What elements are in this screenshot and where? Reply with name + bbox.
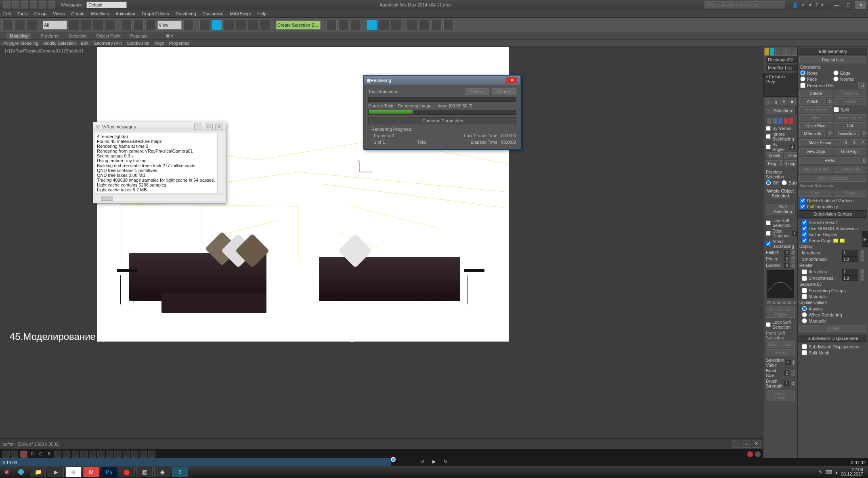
cancel-button[interactable]: Cancel: [492, 88, 516, 95]
bind-icon[interactable]: [27, 20, 37, 30]
rendered-frame-icon[interactable]: [419, 20, 430, 30]
slice-plane-button[interactable]: Slice Plane: [799, 106, 832, 113]
close-button[interactable]: ✕: [855, 1, 866, 9]
use-soft-sel-check[interactable]: [766, 220, 771, 225]
vfb-record-icon[interactable]: [747, 451, 753, 457]
ribbon-tab-freeform[interactable]: Freeform: [41, 34, 59, 38]
minimize-button[interactable]: —: [831, 1, 842, 9]
select-name-icon[interactable]: [81, 20, 91, 30]
snap-spinner-icon[interactable]: [248, 20, 258, 30]
edge-dist-check[interactable]: [766, 231, 771, 236]
scale-icon[interactable]: [145, 20, 156, 30]
start-button[interactable]: [14, 467, 28, 477]
curve-editor-icon[interactable]: [367, 20, 377, 30]
stack-item[interactable]: ▫ Editable Poly: [765, 74, 796, 84]
playhead[interactable]: [391, 457, 396, 462]
chevron-down-icon[interactable]: ▾: [821, 2, 824, 8]
hide-unselected-button[interactable]: Hide Unselected: [799, 175, 866, 182]
edit-named-sel-icon[interactable]: [260, 20, 270, 30]
new-icon[interactable]: [12, 1, 19, 8]
msmooth-button[interactable]: MSmooth: [799, 130, 826, 137]
axis-x-button[interactable]: X: [842, 139, 849, 146]
soft-selection-header[interactable]: −Soft Selection: [765, 203, 796, 215]
r-iter-check[interactable]: [802, 269, 807, 275]
preserve-uvs-check[interactable]: [800, 83, 805, 88]
disp-smooth-value[interactable]: [842, 256, 858, 262]
collapse-button[interactable]: Collapse: [834, 90, 867, 97]
edit-geometry-header[interactable]: Edit Geometry: [799, 48, 867, 55]
vray-max-button[interactable]: ☐: [205, 124, 213, 130]
brush-options-button[interactable]: Brush Options: [766, 390, 795, 401]
modifier-list[interactable]: [766, 65, 797, 71]
tray-expand-icon[interactable]: ▴: [835, 470, 838, 475]
redo-icon[interactable]: [48, 1, 55, 8]
brush-size-value[interactable]: [784, 371, 789, 375]
video-timeline[interactable]: 3.19.03 ↺ ▶ ↻ 0:01:02: [0, 458, 868, 466]
unique-icon[interactable]: ⊻: [780, 99, 787, 105]
by-vertex-check[interactable]: [766, 126, 771, 131]
ribbon-toggle-icon[interactable]: ▣ ▾: [166, 33, 173, 38]
preview-off-radio[interactable]: [766, 180, 771, 185]
preview-subobj-radio[interactable]: [782, 180, 787, 185]
layers-icon[interactable]: [350, 20, 361, 30]
cut-button[interactable]: Cut: [834, 122, 867, 129]
taskbar-chrome[interactable]: ◉: [65, 467, 82, 477]
blur-button[interactable]: Blur: [781, 341, 795, 348]
menu-edit[interactable]: Edit: [3, 11, 11, 16]
sep-sg-check[interactable]: [802, 288, 807, 293]
attach-button[interactable]: Attach: [799, 98, 826, 105]
cage-color-2[interactable]: [840, 239, 845, 243]
select-region-icon[interactable]: [93, 20, 103, 30]
grow-button[interactable]: Grow: [784, 152, 797, 159]
render-setup-icon[interactable]: [407, 20, 417, 30]
common-params-header[interactable]: − Common Parameters: [368, 117, 516, 124]
make-planar-button[interactable]: Make Planar: [799, 139, 841, 146]
shrink-button[interactable]: Shrink: [766, 152, 783, 159]
lock-soft-sel-check[interactable]: [766, 322, 771, 327]
favorite-icon[interactable]: ★: [808, 2, 812, 8]
bubble-value[interactable]: [784, 263, 789, 268]
menu-help[interactable]: Help: [258, 11, 267, 16]
pause-button[interactable]: Pause: [465, 88, 489, 95]
teapot-icon[interactable]: [443, 20, 454, 30]
show-end-icon[interactable]: ▯: [773, 99, 779, 105]
constraint-face-radio[interactable]: [800, 76, 805, 82]
menu-animation[interactable]: Animation: [115, 11, 135, 16]
align-icon[interactable]: [338, 20, 349, 30]
constraint-none-radio[interactable]: [800, 70, 805, 75]
vfb-copy-icon[interactable]: [11, 451, 18, 458]
upd-render-radio[interactable]: [802, 312, 807, 317]
taskbar-app2[interactable]: ◆: [154, 467, 170, 477]
viewport-label[interactable]: [+] [VRayPhysicalCamera01 ] [Shaded ]: [5, 48, 83, 53]
reset-plane-button[interactable]: Reset Plane: [834, 114, 867, 121]
open-icon[interactable]: [21, 1, 28, 8]
by-angle-value[interactable]: [790, 145, 795, 149]
vfb-alpha-icon[interactable]: [54, 451, 61, 458]
grid-align-button[interactable]: Grid Align: [834, 148, 867, 155]
vfb-toggle7-icon[interactable]: [148, 451, 155, 458]
vfb-max-button[interactable]: ☐: [742, 440, 751, 448]
taskbar-photoshop[interactable]: Ps: [101, 467, 117, 477]
menu-views[interactable]: Views: [53, 11, 65, 16]
edge-icon[interactable]: [773, 118, 777, 124]
menu-group[interactable]: Group: [34, 11, 47, 16]
subdiv-surface-header[interactable]: Subdivision Surface: [799, 210, 867, 218]
relax-button[interactable]: Relax: [799, 157, 860, 164]
use-nurms-check[interactable]: [802, 226, 807, 231]
taskbar-app1[interactable]: ▦: [136, 467, 153, 477]
tab-display[interactable]: [786, 48, 791, 56]
vray-close-button[interactable]: ✕: [215, 124, 223, 130]
taskbar-explorer[interactable]: 📁: [30, 467, 46, 477]
menu-modifiers[interactable]: Modifiers: [91, 11, 109, 16]
window-crossing-icon[interactable]: [105, 20, 115, 30]
keyboard-icon[interactable]: ⌨: [826, 470, 832, 475]
ribbon-geometry[interactable]: Geometry (All): [93, 41, 122, 46]
affect-backfacing-check[interactable]: [766, 241, 771, 246]
vfb-toggle1-icon[interactable]: [97, 451, 105, 458]
menu-tools[interactable]: Tools: [17, 11, 28, 16]
select-icon[interactable]: [69, 20, 79, 30]
unhide-all-button[interactable]: Unhide All: [834, 166, 867, 173]
ribbon-tab-modeling[interactable]: Modeling: [6, 33, 31, 39]
axis-z-button[interactable]: Z: [859, 139, 866, 146]
cage-color-1[interactable]: [833, 239, 838, 243]
